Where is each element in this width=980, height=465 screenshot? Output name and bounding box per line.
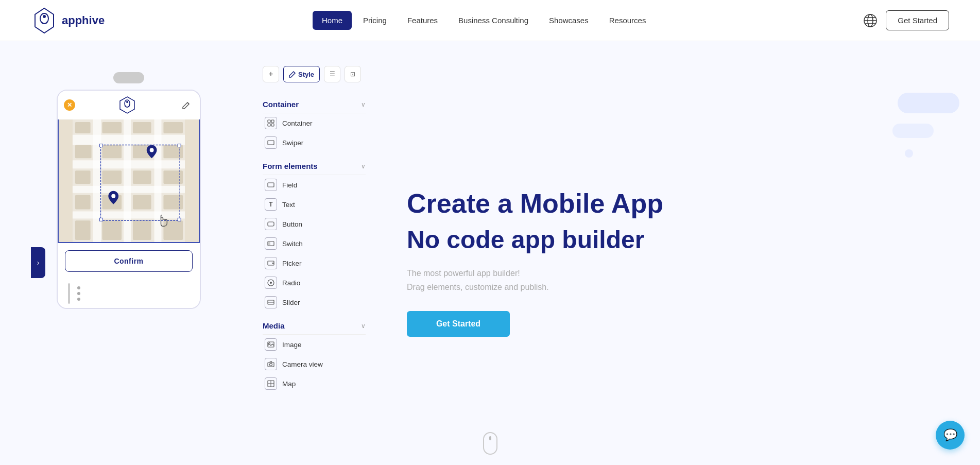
phone-logo-icon bbox=[118, 96, 136, 114]
panel-item-text[interactable]: T Text bbox=[263, 195, 366, 214]
toolbar-list-button[interactable]: ☰ bbox=[324, 66, 340, 82]
field-label: Field bbox=[282, 181, 297, 189]
panel-container-section: Container ∨ Container bbox=[263, 95, 366, 152]
radio-label: Radio bbox=[282, 279, 300, 287]
svg-rect-27 bbox=[133, 170, 151, 184]
phone-dot-3 bbox=[77, 298, 80, 301]
svg-rect-46 bbox=[268, 124, 270, 126]
svg-rect-31 bbox=[133, 195, 151, 210]
svg-rect-18 bbox=[102, 122, 122, 133]
button-icon bbox=[265, 218, 277, 230]
container-grid-icon bbox=[267, 119, 274, 127]
logo-text: apphive bbox=[62, 14, 105, 27]
panel-item-field[interactable]: Field bbox=[263, 175, 366, 195]
side-arrow-button[interactable]: › bbox=[31, 247, 45, 278]
svg-rect-15 bbox=[124, 119, 131, 242]
svg-rect-17 bbox=[75, 122, 91, 133]
panel-item-radio[interactable]: Radio bbox=[263, 273, 366, 292]
toolbar-add-button[interactable]: + bbox=[263, 66, 279, 82]
camera-icon bbox=[265, 358, 277, 370]
phone-header: ✕ bbox=[58, 91, 200, 119]
svg-point-55 bbox=[270, 282, 272, 284]
panel-item-swiper[interactable]: Swiper bbox=[263, 133, 366, 152]
svg-point-37 bbox=[111, 194, 115, 198]
logo[interactable]: apphive bbox=[31, 7, 105, 34]
svg-rect-40 bbox=[99, 144, 102, 147]
phone-edit-button[interactable] bbox=[179, 98, 194, 112]
panel-media-section: Media ∨ Image Camera view Map bbox=[263, 316, 366, 393]
panel-item-container[interactable]: Container bbox=[263, 113, 366, 133]
phone-scroll-bar bbox=[68, 283, 70, 304]
phone-bottom bbox=[58, 279, 200, 308]
chat-bubble-button[interactable]: 💬 bbox=[936, 421, 965, 450]
svg-rect-29 bbox=[75, 195, 91, 210]
svg-point-38 bbox=[150, 148, 154, 152]
svg-point-61 bbox=[270, 364, 272, 366]
main-content: › ✕ bbox=[0, 41, 980, 463]
container-title: Container bbox=[263, 100, 299, 109]
container-section-header[interactable]: Container ∨ bbox=[263, 95, 366, 113]
phone-pill bbox=[113, 72, 144, 83]
style-label: Style bbox=[298, 71, 314, 78]
toolbar-style-button[interactable]: Style bbox=[283, 66, 320, 82]
logo-icon bbox=[31, 7, 58, 34]
panel-item-picker[interactable]: Picker bbox=[263, 253, 366, 273]
svg-rect-42 bbox=[99, 218, 102, 221]
left-panel: › ✕ bbox=[31, 62, 247, 463]
container-label: Container bbox=[282, 119, 313, 127]
camera-label: Camera view bbox=[282, 360, 323, 368]
nav-business-consulting[interactable]: Business Consulting bbox=[449, 11, 538, 30]
container-icon bbox=[265, 117, 277, 129]
container-chevron-icon: ∨ bbox=[361, 101, 366, 108]
nav-home[interactable]: Home bbox=[313, 11, 352, 30]
media-title: Media bbox=[263, 321, 285, 330]
panel-item-button[interactable]: Button bbox=[263, 214, 366, 234]
panel-item-map[interactable]: Map bbox=[263, 374, 366, 393]
close-x-icon: ✕ bbox=[67, 101, 72, 109]
phone-dot-1 bbox=[77, 286, 80, 289]
side-arrow-icon: › bbox=[37, 259, 40, 267]
svg-rect-52 bbox=[268, 242, 270, 245]
confirm-button[interactable]: Confirm bbox=[65, 250, 193, 272]
svg-rect-49 bbox=[268, 183, 274, 187]
svg-rect-47 bbox=[271, 124, 274, 126]
svg-rect-20 bbox=[163, 122, 183, 133]
panel-item-camera[interactable]: Camera view bbox=[263, 354, 366, 374]
media-section-header[interactable]: Media ∨ bbox=[263, 316, 366, 334]
hero-desc-line1: The most powerful app builder! bbox=[407, 269, 520, 278]
get-started-button[interactable]: Get Started bbox=[886, 10, 949, 30]
map-icon bbox=[265, 377, 277, 390]
svg-rect-35 bbox=[133, 220, 151, 240]
globe-icon[interactable] bbox=[863, 13, 878, 28]
svg-rect-16 bbox=[154, 119, 162, 242]
phone-close-button[interactable]: ✕ bbox=[64, 99, 75, 111]
svg-rect-50 bbox=[268, 222, 274, 226]
toolbar-resize-button[interactable]: ⊡ bbox=[345, 66, 361, 82]
hero-desc-line2: Drag elements, customize and publish. bbox=[407, 283, 549, 291]
radio-icon bbox=[265, 277, 277, 289]
nav-features[interactable]: Features bbox=[398, 11, 447, 30]
svg-point-1 bbox=[43, 15, 46, 18]
phone-map bbox=[58, 119, 200, 243]
nav-resources[interactable]: Resources bbox=[600, 11, 656, 30]
picker-icon bbox=[265, 257, 277, 269]
svg-rect-26 bbox=[102, 170, 122, 184]
chat-icon: 💬 bbox=[943, 428, 957, 442]
phone-top bbox=[57, 72, 201, 83]
nav-showcases[interactable]: Showcases bbox=[540, 11, 598, 30]
panel-item-image[interactable]: Image bbox=[263, 335, 366, 354]
phone-frame: ✕ bbox=[57, 90, 201, 309]
form-section-header[interactable]: Form elements ∨ bbox=[263, 157, 366, 175]
svg-rect-48 bbox=[268, 141, 274, 145]
svg-point-59 bbox=[269, 343, 270, 345]
hero-section: Create a Mobile App No code app builder … bbox=[366, 62, 949, 463]
blob-1 bbox=[898, 93, 959, 113]
switch-icon bbox=[265, 237, 277, 250]
panel-item-slider[interactable]: Slider bbox=[263, 292, 366, 312]
phone-dots bbox=[77, 286, 80, 301]
nav-pricing[interactable]: Pricing bbox=[354, 11, 396, 30]
panel-item-switch[interactable]: Switch bbox=[263, 234, 366, 253]
panel-form-section: Form elements ∨ Field T Text Button bbox=[263, 157, 366, 312]
svg-rect-43 bbox=[178, 218, 181, 221]
hero-cta-button[interactable]: Get Started bbox=[407, 311, 510, 337]
